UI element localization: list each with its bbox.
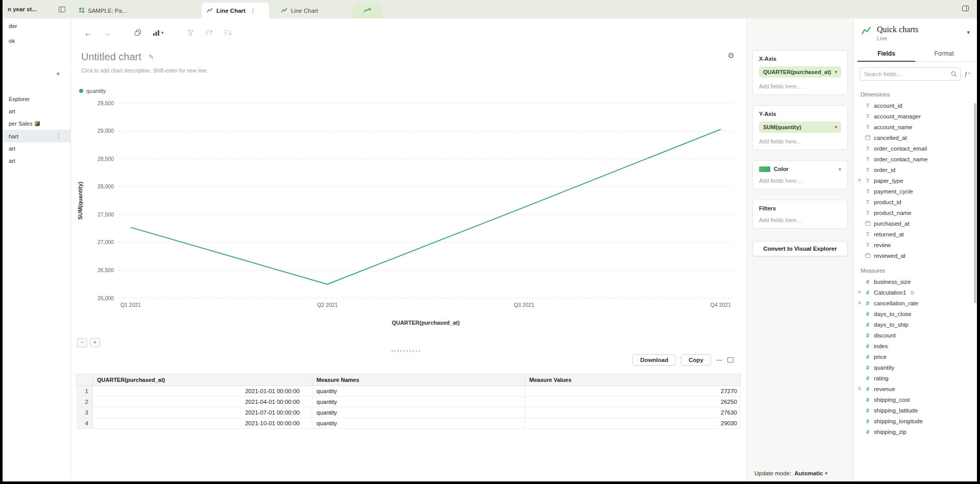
sidebar-item-art[interactable]: art <box>3 155 70 167</box>
sidebar-item-workbook[interactable]: ok <box>3 33 70 48</box>
table-cell[interactable]: quantity <box>312 386 525 397</box>
field-item-shipping_zip[interactable]: #shipping_zip <box>853 426 977 437</box>
column-header[interactable]: Measure Names <box>312 374 525 386</box>
field-item-shipping_cost[interactable]: #shipping_cost <box>853 394 977 405</box>
field-item-account_id[interactable]: Taccount_id <box>853 100 977 111</box>
new-element-tab-button[interactable] <box>353 3 382 18</box>
table-cell[interactable]: 2021-07-01 00:00:00 <box>93 407 312 418</box>
tab-fields[interactable]: Fields <box>857 45 915 62</box>
chart-legend[interactable]: quantity <box>79 88 106 94</box>
minimize-table-icon[interactable]: — <box>716 356 722 364</box>
chart-settings-gear-icon[interactable]: ⚙ <box>728 51 734 60</box>
search-fields-box[interactable] <box>860 67 961 81</box>
chevron-down-icon[interactable]: ▾ <box>967 29 970 36</box>
field-item-cancellation_rate[interactable]: =#cancellation_rate <box>853 298 977 308</box>
search-fields-input[interactable] <box>860 71 951 77</box>
field-item-product_id[interactable]: Tproduct_id <box>853 197 977 207</box>
field-item-order_contact_name[interactable]: Torder_contact_name <box>853 154 977 164</box>
panel-resize-handle[interactable] <box>391 350 420 352</box>
tab-line-chart-active[interactable]: Line Chart ⋮ <box>202 3 269 18</box>
field-item-cancelled_at[interactable]: cancelled_at <box>853 132 977 143</box>
field-item-order_contact_email[interactable]: Torder_contact_email <box>853 143 977 154</box>
zoom-out-button[interactable]: − <box>77 338 87 347</box>
back-button[interactable]: ← <box>84 29 92 37</box>
field-item-rating[interactable]: #rating <box>853 373 977 383</box>
filter-button[interactable] <box>187 30 194 36</box>
field-item-order_id[interactable]: Torder_id <box>853 164 977 175</box>
table-cell[interactable]: quantity <box>312 418 525 429</box>
sidebar-item-folder[interactable]: der <box>3 18 70 33</box>
field-item-product_name[interactable]: Tproduct_name <box>853 207 977 218</box>
update-mode-dropdown[interactable]: Automatic ▾ <box>794 470 827 476</box>
table-cell[interactable]: quantity <box>312 407 525 418</box>
sidebar-item-hart[interactable]: hart⋮ <box>3 130 70 142</box>
tab-line-chart-2[interactable]: Line Chart <box>276 3 334 18</box>
collapse-sidebar-icon[interactable] <box>59 7 65 12</box>
maximize-table-icon[interactable] <box>727 357 733 362</box>
forward-button[interactable]: → <box>103 29 111 37</box>
edit-title-icon[interactable]: ✎ <box>149 53 154 61</box>
duplicate-button[interactable] <box>134 29 141 36</box>
field-item-revenue[interactable]: =#revenue <box>853 383 977 394</box>
add-calculation-button[interactable]: ƒ⁺ <box>965 70 971 78</box>
field-item-business_size[interactable]: #business_size <box>853 276 977 287</box>
field-item-days_to_ship[interactable]: #days_to_ship <box>853 319 977 330</box>
column-header[interactable]: QUARTER(purchased_at) <box>93 374 312 386</box>
field-item-paper_type[interactable]: =Tpaper_type <box>853 175 977 186</box>
field-item-reviewed_at[interactable]: reviewed_at <box>853 250 977 261</box>
table-cell[interactable]: 29030 <box>525 418 741 429</box>
field-item-shipping_longitude[interactable]: #shipping_longitude <box>853 416 977 426</box>
chart-type-button[interactable]: ▾ <box>153 30 164 36</box>
table-cell[interactable]: 2021-01-01 00:00:00 <box>93 386 312 397</box>
chart-title[interactable]: Untitled chart <box>81 51 141 63</box>
sort-ascending-button[interactable] <box>205 30 213 36</box>
chevron-down-icon[interactable]: ▾ <box>839 166 841 172</box>
field-item-payment_cycle[interactable]: Tpayment_cycle <box>853 186 977 197</box>
field-item-returned_at[interactable]: Treturned_at <box>853 229 977 239</box>
field-item-account_manager[interactable]: Taccount_manager <box>853 111 977 122</box>
field-item-account_name[interactable]: Taccount_name <box>853 122 977 132</box>
field-item-days_to_close[interactable]: #days_to_close <box>853 308 977 319</box>
zoom-in-button[interactable]: + <box>90 338 100 347</box>
table-cell[interactable]: 27270 <box>525 386 741 397</box>
field-item-price[interactable]: #price <box>853 351 977 362</box>
y-axis-drop-zone[interactable]: Add fields here... <box>759 138 841 144</box>
pill-label: QUARTER(purchased_at) <box>763 69 831 75</box>
field-item-index[interactable]: #index <box>853 341 977 351</box>
table-cell[interactable]: 2021-10-01 00:00:00 <box>93 418 312 429</box>
kebab-menu-icon[interactable]: ⋮ <box>56 133 64 139</box>
sort-descending-button[interactable] <box>224 30 232 36</box>
tab-sample-workbook[interactable]: SAMPLE: Pa... <box>74 3 150 18</box>
scrollbar[interactable] <box>974 103 976 303</box>
field-item-review[interactable]: Treview <box>853 239 977 250</box>
table-cell[interactable]: 27630 <box>525 407 741 418</box>
filters-drop-zone[interactable]: Add fields here... <box>759 217 841 223</box>
table-cell[interactable]: 2021-04-01 00:00:00 <box>93 397 312 407</box>
y-axis-field-pill[interactable]: SUM(quantity) ▾ <box>759 122 841 133</box>
field-item-purchased_at[interactable]: purchased_at <box>853 218 977 229</box>
sidebar-item-explorer[interactable]: Explorer <box>3 93 70 105</box>
sidebar-item-per-sales[interactable]: per Sales <box>3 117 70 130</box>
sidebar-item-art[interactable]: art <box>3 142 70 155</box>
table-cell[interactable]: 26250 <box>525 397 741 407</box>
add-page-button[interactable]: + <box>56 69 60 78</box>
toggle-right-panel-icon[interactable] <box>962 6 969 11</box>
tab-menu-icon[interactable]: ⋮ <box>250 7 256 14</box>
sidebar-item-art[interactable]: art <box>3 105 70 117</box>
table-cell[interactable]: quantity <box>312 397 525 407</box>
convert-to-visual-explorer-button[interactable]: Convert to Visual Explorer <box>752 241 848 256</box>
field-item-Calculation1[interactable]: =#Calculation1◎ <box>853 287 977 298</box>
x-axis-field-pill[interactable]: QUARTER(purchased_at) ▾ <box>759 66 841 78</box>
field-item-quantity[interactable]: #quantity <box>853 362 977 373</box>
copy-button[interactable]: Copy <box>681 354 711 366</box>
field-item-discount[interactable]: #discount <box>853 330 977 341</box>
download-button[interactable]: Download <box>632 354 676 366</box>
column-header[interactable]: Measure Values <box>525 374 741 386</box>
x-axis-drop-zone[interactable]: Add fields here... <box>759 83 841 89</box>
chart-description-placeholder[interactable]: Click to add chart description. Shift-en… <box>81 67 208 74</box>
field-item-shipping_latitude[interactable]: #shipping_latitude <box>853 405 977 416</box>
color-drop-zone[interactable]: Add fields here... <box>759 178 841 184</box>
line-chart[interactable]: 26,00026,50027,00027,50028,00028,50029,0… <box>75 96 742 332</box>
tab-format[interactable]: Format <box>915 45 973 62</box>
color-swatch[interactable] <box>759 166 770 172</box>
